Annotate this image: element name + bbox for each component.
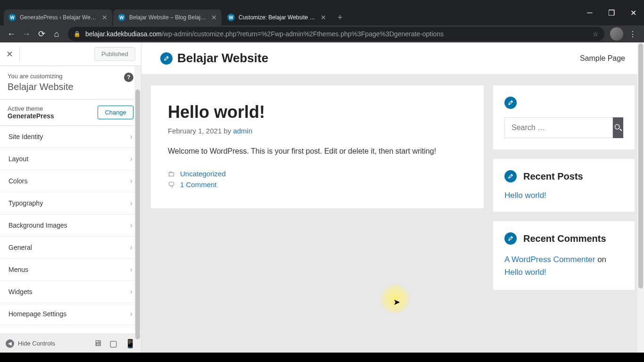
- minimize-button[interactable]: ─: [579, 6, 601, 20]
- theme-name: GeneratePress: [8, 112, 54, 120]
- profile-avatar[interactable]: [610, 27, 623, 41]
- nav-bar: ← → ⟳ ⌂ 🔒 belajar.kadekbudiasa.com/wp-ad…: [0, 25, 644, 42]
- active-theme-label: Active theme: [8, 105, 54, 112]
- wordpress-favicon-icon: W: [8, 14, 16, 21]
- folder-icon: 🗀: [168, 170, 175, 178]
- tabs-bar: W GeneratePress ‹ Belajar Website... ✕ W…: [0, 0, 644, 25]
- customizer-header: ✕ Published: [0, 42, 141, 66]
- menu-item-colors[interactable]: Colors›: [0, 170, 141, 192]
- customizing-label: You are customizing: [8, 73, 133, 80]
- tab-title: Belajar Website – Blog Belajar M...: [129, 14, 207, 21]
- main-area: ✕ Published You are customizing Belajar …: [0, 42, 644, 353]
- post-comments: 🗨 1 Comment: [168, 181, 467, 189]
- tablet-preview-button[interactable]: ▢: [109, 338, 117, 349]
- help-icon[interactable]: ?: [124, 73, 133, 82]
- browser-tab-2[interactable]: W Customize: Belajar Website – Blo... ✕: [223, 9, 331, 25]
- content-wrap: Hello world! February 1, 2021 by admin W…: [141, 74, 644, 311]
- theme-info: Active theme GeneratePress Change: [0, 99, 141, 126]
- search-widget: [493, 85, 635, 149]
- post-author-link[interactable]: admin: [233, 127, 252, 135]
- widget-title: Recent Comments: [523, 233, 606, 244]
- collapse-icon: ◀: [6, 339, 14, 348]
- wordpress-favicon-icon: W: [118, 14, 125, 21]
- sidebar-column: Recent Posts Hello world! Recent Comment…: [493, 85, 635, 299]
- post-title[interactable]: Hello world!: [168, 102, 467, 122]
- site-title[interactable]: Belajar Website: [177, 51, 268, 66]
- tab-close-icon[interactable]: ✕: [211, 14, 217, 21]
- new-tab-button[interactable]: +: [332, 10, 348, 25]
- hide-controls-button[interactable]: ◀ Hide Controls: [6, 339, 55, 348]
- comment-icon: 🗨: [168, 181, 175, 189]
- url-bar[interactable]: 🔒 belajar.kadekbudiasa.com/wp-admin/cust…: [68, 27, 604, 41]
- maximize-button[interactable]: ❐: [601, 6, 622, 20]
- customizer-sidebar: ✕ Published You are customizing Belajar …: [0, 42, 141, 353]
- chevron-right-icon: ›: [130, 310, 132, 318]
- tab-title: Customize: Belajar Website – Blo...: [239, 14, 317, 21]
- recent-posts-widget: Recent Posts Hello world!: [493, 159, 635, 212]
- recent-post-link[interactable]: Hello world!: [504, 191, 546, 200]
- close-customizer-button[interactable]: ✕: [6, 47, 20, 61]
- chevron-right-icon: ›: [130, 132, 132, 141]
- widget-header: Recent Comments: [504, 232, 623, 245]
- close-window-button[interactable]: ✕: [622, 6, 644, 20]
- sidebar-scrollbar[interactable]: [134, 66, 141, 330]
- edit-shortcut-icon[interactable]: [504, 232, 517, 245]
- menu-item-widgets[interactable]: Widgets›: [0, 281, 141, 303]
- menu-item-menus[interactable]: Menus›: [0, 259, 141, 281]
- site-name: Belajar Website: [8, 82, 133, 92]
- browser-chrome: ─ ❐ ✕ W GeneratePress ‹ Belajar Website.…: [0, 0, 644, 42]
- chevron-right-icon: ›: [130, 221, 132, 230]
- chevron-right-icon: ›: [130, 177, 132, 185]
- widget-header: [504, 97, 623, 109]
- url-text: belajar.kadekbudiasa.com/wp-admin/custom…: [85, 30, 589, 38]
- menu-item-homepage-settings[interactable]: Homepage Settings›: [0, 303, 141, 325]
- chevron-right-icon: ›: [130, 243, 132, 252]
- desktop-preview-button[interactable]: 🖥: [93, 338, 102, 349]
- menu-item-layout[interactable]: Layout›: [0, 148, 141, 170]
- customizer-info: You are customizing Belajar Website ?: [0, 66, 141, 99]
- post-category: 🗀 Uncategorized: [168, 170, 467, 178]
- mobile-preview-button[interactable]: 📱: [125, 338, 135, 349]
- menu-item-general[interactable]: General›: [0, 237, 141, 259]
- menu-item-typography[interactable]: Typography›: [0, 192, 141, 214]
- browser-tab-1[interactable]: W Belajar Website – Blog Belajar M... ✕: [113, 9, 222, 25]
- nav-sample-page[interactable]: Sample Page: [580, 54, 625, 63]
- lock-icon: 🔒: [74, 31, 81, 37]
- site-title-wrap: Belajar Website: [160, 51, 268, 66]
- menu-item-background-images[interactable]: Background Images›: [0, 214, 141, 237]
- browser-tab-0[interactable]: W GeneratePress ‹ Belajar Website... ✕: [4, 9, 112, 25]
- category-link[interactable]: Uncategorized: [180, 170, 226, 178]
- wordpress-favicon-icon: W: [227, 14, 235, 21]
- device-buttons: 🖥 ▢ 📱: [93, 338, 135, 349]
- search-icon: [613, 123, 623, 132]
- menu-item-site-identity[interactable]: Site Identity›: [0, 126, 141, 148]
- bookmark-star-icon[interactable]: ☆: [593, 30, 599, 38]
- widget-header: Recent Posts: [504, 170, 623, 182]
- commenter-link[interactable]: A WordPress Commenter: [504, 255, 595, 264]
- site-header: Belajar Website Sample Page: [141, 42, 644, 74]
- search-input[interactable]: [504, 117, 613, 138]
- edit-shortcut-icon[interactable]: [160, 52, 173, 65]
- forward-button[interactable]: →: [19, 26, 34, 41]
- change-theme-button[interactable]: Change: [98, 106, 133, 119]
- chevron-right-icon: ›: [130, 199, 132, 207]
- edit-shortcut-icon[interactable]: [504, 97, 517, 109]
- publish-button[interactable]: Published: [94, 47, 135, 61]
- post-meta: February 1, 2021 by admin: [168, 127, 467, 135]
- customizer-footer: ◀ Hide Controls 🖥 ▢ 📱: [0, 334, 141, 353]
- edit-shortcut-icon[interactable]: [504, 170, 517, 182]
- home-button[interactable]: ⌂: [49, 26, 64, 41]
- back-button[interactable]: ←: [4, 26, 19, 41]
- tab-close-icon[interactable]: ✕: [321, 14, 326, 21]
- post-content: Welcome to WordPress. This is your first…: [168, 147, 467, 156]
- recent-comments-widget: Recent Comments A WordPress Commenter on…: [493, 221, 635, 290]
- tab-title: GeneratePress ‹ Belajar Website...: [20, 14, 98, 21]
- preview-scrollbar[interactable]: [637, 42, 644, 353]
- tab-close-icon[interactable]: ✕: [102, 14, 107, 21]
- search-button[interactable]: [613, 117, 623, 138]
- reload-button[interactable]: ⟳: [34, 26, 49, 41]
- comment-post-link[interactable]: Hello world!: [504, 268, 546, 277]
- chevron-right-icon: ›: [130, 155, 132, 163]
- comments-link[interactable]: 1 Comment: [180, 181, 217, 189]
- browser-menu-icon[interactable]: ⋮: [625, 30, 640, 39]
